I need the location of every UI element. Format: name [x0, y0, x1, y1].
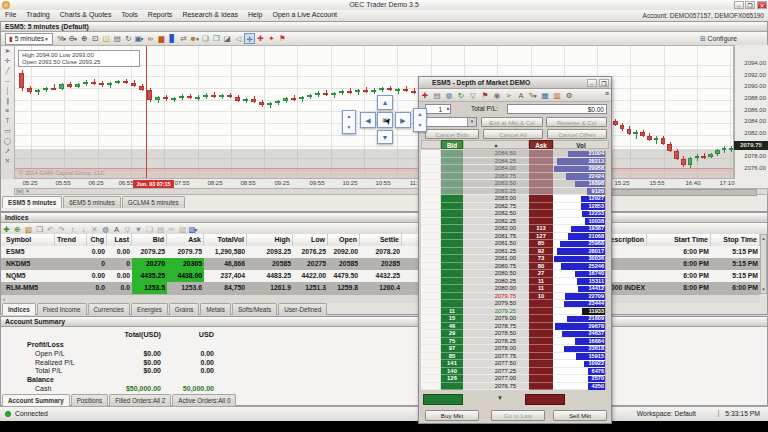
menu-open-a-live-account[interactable]: Open a Live Account — [267, 10, 342, 19]
percent-icon[interactable]: %▼ — [57, 33, 68, 44]
order-cell[interactable] — [421, 195, 441, 203]
order-cell[interactable] — [421, 345, 441, 353]
order-cell[interactable] — [421, 165, 441, 173]
ask-cell[interactable] — [529, 308, 553, 316]
order-cell[interactable] — [421, 323, 441, 331]
column-header-last[interactable]: Last — [107, 234, 132, 246]
marker-down-icon[interactable]: ✦ — [266, 33, 277, 44]
bid-cell[interactable] — [441, 240, 463, 248]
ladder-scroll-track[interactable] — [605, 330, 609, 338]
dom-window-title[interactable]: ESM5 - Depth of Market DEMO — [419, 77, 611, 89]
ladder-scroll-track[interactable] — [605, 210, 609, 218]
column-header-settle[interactable]: Settle — [360, 234, 402, 246]
account-panel-title[interactable]: Account Summary — [1, 317, 767, 327]
ladder-scroll-track[interactable] — [605, 173, 609, 181]
column-header-high[interactable]: High — [247, 234, 293, 246]
menu-trading[interactable]: Trading — [21, 10, 54, 19]
price-axis[interactable]: 2094.002092.002090.002088.002086.002084.… — [734, 45, 768, 179]
market-tab-fixed-income[interactable]: Fixed Income — [37, 303, 87, 315]
ladder-scroll-track[interactable] — [605, 353, 609, 361]
minimize-button[interactable]: – — [734, 1, 744, 9]
configure-button[interactable]: ⊞ Configure — [700, 33, 737, 44]
exit-at-mkt-button[interactable]: Exit at Mkt & Cxl — [481, 117, 543, 127]
zoom-out-icon[interactable]: ⊖▼ — [68, 33, 79, 44]
ask-cell[interactable]: 11 — [529, 285, 553, 293]
trendline-tool-icon[interactable]: ╱ — [2, 66, 14, 76]
bid-cell[interactable] — [441, 173, 463, 181]
delete-tool-icon[interactable]: ✕ — [2, 156, 14, 166]
arrow-tool-icon[interactable]: ➚ — [2, 146, 14, 156]
cancel-bids-button[interactable]: Cancel Bids — [425, 129, 479, 139]
settings-icon[interactable]: ⚙ — [563, 90, 575, 101]
order-cell[interactable] — [421, 248, 441, 256]
bid-cell[interactable]: 15 — [441, 315, 463, 323]
chart-scrollbar[interactable] — [14, 188, 768, 195]
vol-column-header[interactable]: Vol — [553, 140, 609, 149]
zoom-in-icon[interactable]: ⊕ — [79, 33, 90, 44]
column-header-ask[interactable]: Ask — [167, 234, 204, 246]
ladder-scroll-track[interactable] — [605, 270, 609, 278]
ladder-scroll-track[interactable] — [605, 308, 609, 316]
order-cell[interactable] — [421, 300, 441, 308]
ladder-scroll-track[interactable] — [605, 323, 609, 331]
column-header-bid[interactable]: Bid — [132, 234, 167, 246]
bid-cell[interactable] — [441, 255, 463, 263]
close-button[interactable]: ✕ — [757, 1, 767, 9]
fibonacci-tool-icon[interactable]: ≡ — [2, 106, 14, 116]
order-cell[interactable] — [421, 150, 441, 158]
bid-cell[interactable]: 97 — [441, 345, 463, 353]
buy-mkt-button[interactable]: Buy Mkt — [425, 410, 479, 421]
bid-cell[interactable] — [441, 293, 463, 301]
market-tab-currencies[interactable]: Currencies — [88, 303, 130, 315]
column-header-stop-time[interactable]: Stop Time — [711, 234, 760, 246]
rect-tool-icon[interactable]: ▭ — [2, 126, 14, 136]
indicator-tag[interactable]: (w) ✕ — [16, 188, 30, 194]
alert-icon[interactable]: ⚑ — [479, 90, 491, 101]
cancel-all-button[interactable]: Cancel All — [483, 129, 543, 139]
layers-icon[interactable]: ❏ — [200, 33, 211, 44]
ladder-scroll-track[interactable] — [605, 203, 609, 211]
ask-cell[interactable]: 113 — [529, 225, 553, 233]
menu-tools[interactable]: Tools — [117, 10, 143, 19]
menu-reports[interactable]: Reports — [143, 10, 178, 19]
ask-cell[interactable] — [529, 165, 553, 173]
market-tab-user-defined[interactable]: User-Defined — [278, 303, 327, 315]
column-chart-icon[interactable]: ▊ — [167, 33, 178, 44]
refresh-icon[interactable]: ↻ — [123, 33, 134, 44]
ladder-scroll-track[interactable] — [605, 338, 609, 346]
depth-icon[interactable]: ▥ — [551, 90, 563, 101]
order-cell[interactable] — [421, 218, 441, 226]
compare-icon[interactable]: ⇄ — [178, 33, 189, 44]
globe-icon[interactable]: ◍ — [443, 90, 455, 101]
order-cell[interactable] — [421, 173, 441, 181]
table-row[interactable]: NQM50.000.004435.254438.00237,4044483.25… — [1, 270, 760, 282]
profile-icon[interactable]: ☻▼ — [189, 33, 200, 44]
order-type-combo[interactable]: ▼ — [425, 117, 477, 127]
ask-cell[interactable] — [529, 330, 553, 338]
cancel-offers-button[interactable]: Cancel Offers — [547, 129, 607, 139]
market-tab-grains[interactable]: Grains — [169, 303, 200, 315]
ask-cell[interactable] — [529, 180, 553, 188]
bid-cell[interactable] — [441, 248, 463, 256]
restore-button[interactable]: ❐ — [745, 1, 755, 9]
ask-cell[interactable] — [529, 360, 553, 368]
crosshair-tool-icon[interactable]: ✛ — [2, 56, 14, 66]
interval-dropdown[interactable]: ▮ 5 minutes ▼ — [5, 33, 53, 45]
chart-tab-esm5-5-minutes[interactable]: ESM5 5 minutes — [2, 196, 62, 208]
order-cell[interactable] — [421, 293, 441, 301]
ladder-scroll-track[interactable] — [605, 225, 609, 233]
order-cell[interactable] — [421, 188, 441, 196]
ladder-scroll-track[interactable] — [605, 165, 609, 173]
ladder-scroll-track[interactable] — [605, 233, 609, 241]
combo-dropdown-icon[interactable]: ▼ — [467, 118, 476, 126]
bid-cell[interactable] — [441, 383, 463, 391]
marker-up-icon[interactable]: ✚ — [255, 33, 266, 44]
column-header-totalvol[interactable]: TotalVol — [204, 234, 247, 246]
ask-cell[interactable] — [529, 173, 553, 181]
column-header-symbol[interactable]: Symbol — [4, 234, 55, 246]
ask-cell[interactable] — [529, 315, 553, 323]
grid-icon[interactable]: ▦ — [539, 90, 551, 101]
ellipse-tool-icon[interactable]: ◯ — [2, 136, 14, 146]
bid-cell[interactable] — [441, 218, 463, 226]
ladder-scroll-track[interactable] — [605, 158, 609, 166]
